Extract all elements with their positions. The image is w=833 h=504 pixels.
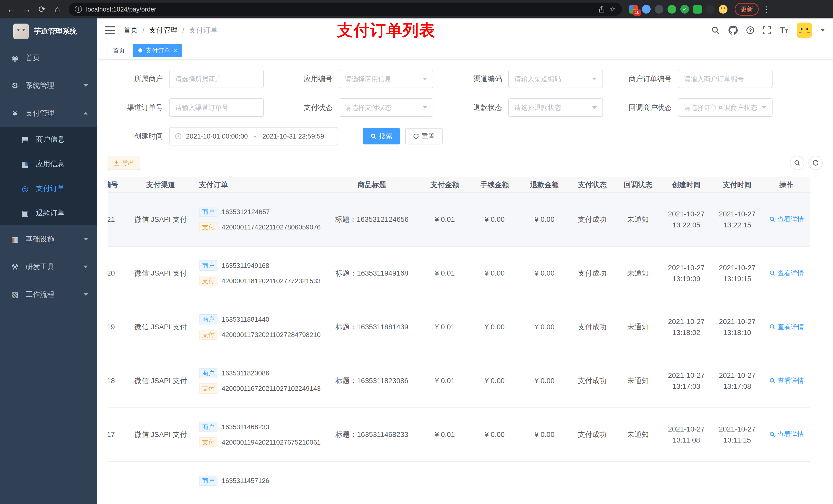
merchant-tag: 商户 [199, 368, 217, 378]
create-time [661, 461, 712, 500]
browser-menu-icon[interactable]: ⋮ [760, 5, 774, 14]
extension-gray-icon[interactable] [655, 5, 663, 14]
share-icon[interactable] [598, 6, 605, 13]
reload-icon[interactable]: ⟳ [35, 2, 49, 16]
page-title: 支付订单列表 [337, 20, 435, 41]
bookmark-star-icon[interactable]: ☆ [610, 5, 616, 14]
pay-tag: 支付 [199, 437, 217, 448]
pay-amount: ¥ 0.01 [420, 354, 470, 408]
pay-transaction-no: 4200001173202110272847982104 [221, 331, 321, 339]
column-header: 手续金额 [470, 177, 520, 193]
pay-transaction-no: 4200001194202110276752100612 [221, 438, 321, 447]
site-info-icon[interactable]: i [75, 6, 82, 13]
search-button[interactable]: 搜索 [363, 128, 400, 144]
forward-icon[interactable]: → [20, 2, 34, 16]
hamburger-icon[interactable] [105, 26, 115, 34]
sidebar-item-system[interactable]: ⚙系统管理 [0, 72, 97, 99]
tab-home[interactable]: 首页 [108, 44, 130, 57]
filter-field-channel-order-no: 渠道订单号请输入渠道订单号 [108, 98, 264, 117]
sidebar-item-infrastructure[interactable]: ▥基础设施 [0, 225, 97, 253]
create-time-range-input[interactable]: 2021-10-01 00:00:00 - 2021-10-31 23:59:5… [169, 127, 338, 145]
breadcrumb: 首页/支付管理/支付订单 [123, 25, 218, 35]
extension-puzzle-icon[interactable] [706, 5, 715, 14]
app-title: 芋道管理系统 [34, 26, 77, 36]
pay-status-input[interactable]: 请选择支付状态 [339, 98, 433, 117]
merchant-tag: 商户 [199, 422, 217, 432]
channel-order-no-input[interactable]: 请输入渠道订单号 [169, 98, 264, 117]
placeholder-text: 请选择所属商户 [175, 74, 258, 83]
logo-image [13, 24, 29, 39]
hide-search-icon[interactable] [790, 156, 804, 170]
pay-transaction-no: 4200001167202110271022491439 [221, 385, 321, 392]
github-icon[interactable] [729, 26, 738, 35]
view-detail-link[interactable]: 查看详情 [769, 269, 804, 278]
search-icon[interactable] [711, 26, 720, 34]
view-detail-link[interactable]: 查看详情 [769, 430, 804, 439]
fullscreen-icon[interactable] [763, 26, 771, 34]
sidebar-item-app-info[interactable]: ▦应用信息 [0, 152, 97, 176]
extension-green-icon[interactable] [668, 5, 676, 14]
sidebar-item-refund-order[interactable]: ▣退款订单 [0, 201, 97, 225]
sidebar-item-merchant-info[interactable]: ▤商户信息 [0, 127, 97, 152]
sidebar-item-workflow[interactable]: ▧工作流程 [0, 281, 97, 308]
refresh-table-icon[interactable] [808, 156, 823, 170]
column-header: 支付时间 [712, 177, 763, 193]
pay-status [569, 461, 615, 500]
extension-colorful-icon[interactable]: 10 [629, 5, 638, 14]
order-row: 19微信 JSAPI 支付商户1635311881440支付4200001173… [108, 300, 810, 354]
order-id: 20 [108, 246, 127, 300]
reset-button[interactable]: 重置 [405, 128, 443, 144]
refund-amount: ¥ 0.00 [520, 354, 570, 408]
chevron-down-icon [84, 293, 88, 296]
refund-status-input[interactable]: 请选择退款状态 [508, 98, 603, 117]
active-dot-icon [138, 48, 142, 52]
refund-amount: ¥ 0.00 [520, 193, 570, 246]
sidebar-item-devtools[interactable]: ⚒研发工具 [0, 253, 97, 281]
merchant-tag: 商户 [199, 314, 217, 325]
sidebar-item-pay-order[interactable]: ◎支付订单 [0, 176, 97, 201]
order-row: 商户1635311457126 [108, 461, 810, 500]
channel-code-input[interactable]: 请输入渠道编码 [508, 70, 603, 88]
export-button[interactable]: 导出 [108, 156, 140, 170]
extension-check-icon[interactable]: ✓ [680, 5, 689, 14]
merchant-order-no: 1635311881440 [221, 315, 269, 323]
app-id-input[interactable]: 请选择应用信息 [339, 70, 433, 88]
pay-amount: ¥ 0.01 [420, 193, 470, 246]
fee-amount: ¥ 0.00 [470, 246, 520, 300]
caret-down-icon[interactable] [821, 29, 825, 31]
home-icon[interactable]: ⌂ [50, 2, 65, 16]
filter-field-pay-status: 支付状态请选择支付状态 [277, 98, 433, 117]
filter-label: 渠道编码 [447, 74, 508, 84]
merchant-input[interactable]: 请选择所属商户 [169, 70, 264, 88]
view-detail-link[interactable]: 查看详情 [769, 376, 804, 385]
back-icon[interactable]: ← [4, 2, 19, 16]
avatar[interactable] [796, 23, 812, 38]
sidebar-item-home[interactable]: ◉首页 [0, 44, 97, 72]
sidebar-item-payment[interactable]: ¥支付管理 [0, 99, 97, 127]
breadcrumb-item[interactable]: 支付管理 [149, 25, 178, 35]
font-size-icon[interactable]: TT [780, 26, 788, 34]
filter-label: 应用编号 [277, 74, 339, 84]
update-button[interactable]: 更新 [735, 3, 759, 16]
breadcrumb-item[interactable]: 首页 [123, 25, 138, 35]
merchant-order-no-input[interactable]: 请输入商户订单编号 [678, 70, 772, 88]
date-start: 2021-10-01 00:00:00 [186, 133, 248, 140]
extension-blue-icon[interactable] [642, 5, 651, 14]
action-cell: 查看详情 [763, 246, 810, 300]
tab-pay-order[interactable]: 支付订单 × [133, 44, 182, 57]
extension-face-icon[interactable] [719, 5, 728, 14]
pay-tag: 支付 [199, 222, 217, 232]
help-icon[interactable]: ? [746, 26, 754, 34]
notify-status-input[interactable]: 请选择订单回调商户状态 [678, 98, 772, 117]
browser-toolbar: ← → ⟳ ⌂ i localhost:1024/pay/order ☆ 10 … [0, 0, 833, 19]
view-detail-link[interactable]: 查看详情 [769, 322, 804, 331]
extension-chat-icon[interactable] [693, 5, 702, 14]
search-icon [371, 133, 377, 139]
address-bar[interactable]: i localhost:1024/pay/order ☆ [69, 3, 622, 16]
close-icon[interactable]: × [173, 47, 177, 54]
notify-status: 未通知 [615, 354, 661, 408]
clock-icon [175, 133, 182, 140]
view-detail-link[interactable]: 查看详情 [769, 215, 804, 224]
fee-amount: ¥ 0.00 [470, 408, 520, 461]
merchant-order-no: 1635311457126 [221, 477, 269, 485]
